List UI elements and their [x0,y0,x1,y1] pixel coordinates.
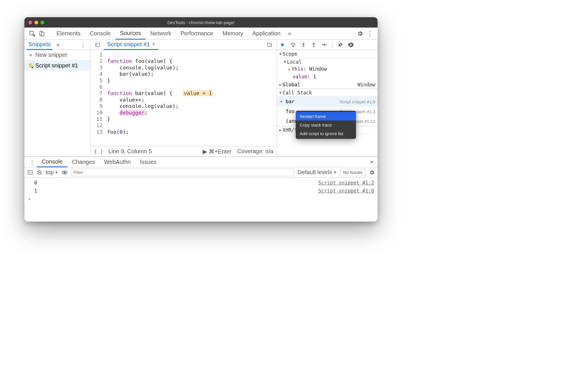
svg-point-5 [293,46,293,46]
issues-button[interactable]: No Issues [340,169,365,176]
svg-point-8 [326,44,326,45]
close-file-icon[interactable]: × [152,41,155,47]
tab-elements[interactable]: Elements [52,28,85,40]
tab-network[interactable]: Network [146,28,176,40]
scope-global-value: Window [358,82,375,88]
svg-rect-2 [41,32,44,36]
scope-local-label: Local [287,59,302,65]
toggle-debugger-icon[interactable] [266,41,273,48]
step-icon[interactable] [321,42,327,48]
scope-body: ▼Local this: Window value: 1 [277,58,378,81]
chevron-right-icon: ▶ [279,83,281,87]
console-log-line: 0 Script snippet #1:2 [28,179,374,187]
step-out-icon[interactable] [311,42,317,48]
console-prompt[interactable]: › [28,195,374,203]
tab-snippets[interactable]: Snippets [27,40,53,50]
toggle-navigator-icon[interactable] [94,41,101,48]
tab-application[interactable]: Application [248,28,285,40]
log-source-link[interactable]: Script snippet #1:8 [318,188,374,194]
debug-toolbar [277,40,378,50]
svg-point-7 [313,46,314,47]
console-settings-icon[interactable] [369,170,375,175]
scope-label: Scope [283,51,297,57]
cursor-position: Line 9, Column 5 [109,148,152,155]
inspect-element-icon[interactable] [28,30,36,37]
callstack-frame[interactable]: ➔ bar Script snippet #1:9 [277,97,378,106]
device-toolbar-icon[interactable] [38,30,46,37]
step-over-icon[interactable] [290,42,296,48]
frame-name: bar [286,99,295,104]
deactivate-breakpoints-icon[interactable] [338,42,343,48]
frame-location: Script snippet #1:9 [340,99,375,104]
menu-add-to-ignore-list[interactable]: Add script to ignore list [296,129,356,138]
menu-copy-stack-trace[interactable]: Copy stack trace [296,121,356,129]
inline-value-hint: value = 1 [183,90,213,96]
main-tabs: Elements Console Sources Network Perform… [52,28,294,40]
navigator-tabs: Snippets » ⋮ [24,40,90,50]
snippets-panel: Snippets » ⋮ ＋ New snippet Script snippe… [24,40,90,156]
log-value: 0 [34,180,37,186]
drawer-more-icon[interactable]: ⋮ [28,158,36,166]
drawer-tab-webauthn[interactable]: WebAuthn [99,157,135,167]
snippet-item[interactable]: Script snippet #1 [24,60,90,71]
tab-performance[interactable]: Performance [176,28,218,40]
console-toolbar: top ▼ Default levels ▼ No Issues [24,167,378,178]
svg-marker-9 [349,42,353,47]
callstack-label: Call Stack [283,90,312,96]
tab-memory[interactable]: Memory [218,28,248,40]
console-sidebar-toggle-icon[interactable] [27,170,33,175]
navigator-more-icon[interactable]: ⋮ [79,41,87,48]
svg-rect-10 [350,43,351,46]
chevron-down-icon: ▼ [279,91,281,95]
line-gutter: 12345678910111213 [90,50,105,146]
scope-section-header[interactable]: ▼ Scope [277,50,378,58]
step-into-icon[interactable] [301,42,306,48]
log-source-link[interactable]: Script snippet #1:2 [318,180,374,186]
console-log-line: 1 Script snippet #1:8 [28,187,374,195]
snippet-file-icon [28,63,33,68]
new-snippet-button[interactable]: ＋ New snippet [24,50,90,60]
drawer-tab-issues[interactable]: Issues [135,157,161,167]
more-menu-icon[interactable]: ⋮ [366,30,374,37]
callstack-context-menu: Restart frame Copy stack trace Add scrip… [296,111,356,139]
current-frame-icon: ➔ [279,99,284,104]
execution-context-selector[interactable]: top ▼ [46,169,58,176]
code-editor[interactable]: 12345678910111213 function foo(value) { … [90,50,277,146]
menu-restart-frame[interactable]: Restart frame [296,112,356,121]
drawer-tabs: ⋮ Console Changes WebAuthn Issues × [24,157,378,167]
pause-on-exceptions-icon[interactable] [348,42,354,48]
snippet-item-label: Script snippet #1 [35,62,78,69]
resume-icon[interactable] [280,42,286,48]
close-drawer-icon[interactable]: × [369,158,375,166]
modified-badge-icon [31,66,34,69]
scope-global-row[interactable]: ▶ Global Window [277,81,378,89]
window-title: DevTools - chrome://new-tab-page/ [24,20,378,25]
callstack-section-header[interactable]: ▼ Call Stack [277,89,378,97]
settings-icon[interactable] [356,30,364,37]
live-expression-icon[interactable] [62,170,67,175]
console-body[interactable]: 0 Script snippet #1:2 1 Script snippet #… [24,178,378,222]
code-content: function foo(value) { console.log(value)… [105,50,277,146]
svg-rect-11 [351,43,351,46]
file-tab[interactable]: Script snippet #1 × [104,40,158,50]
file-tabs: Script snippet #1 × [90,40,277,50]
pretty-print-icon[interactable]: { } [94,148,103,154]
sources-body: Snippets » ⋮ ＋ New snippet Script snippe… [24,40,378,157]
drawer-tab-changes[interactable]: Changes [67,157,99,167]
tabs-overflow-icon[interactable]: » [285,28,294,40]
console-filter-input[interactable] [71,169,294,176]
chevron-down-icon: ▼ [284,59,286,65]
navigator-overflow-icon[interactable]: » [55,40,61,50]
run-snippet-button[interactable]: ▶ ⌘+Enter [203,148,231,155]
tab-console[interactable]: Console [85,28,115,40]
tab-sources[interactable]: Sources [115,28,146,40]
new-snippet-label: New snippet [35,52,67,58]
log-levels-selector[interactable]: Default levels ▼ [297,169,336,176]
scope-global-label: Global [283,82,300,88]
titlebar: DevTools - chrome://new-tab-page/ [24,17,378,28]
clear-console-icon[interactable] [36,170,42,175]
drawer-tab-console[interactable]: Console [37,157,67,167]
main-toolbar: Elements Console Sources Network Perform… [24,28,378,40]
log-value: 1 [34,188,37,194]
devtools-window: DevTools - chrome://new-tab-page/ Elemen… [24,17,378,222]
